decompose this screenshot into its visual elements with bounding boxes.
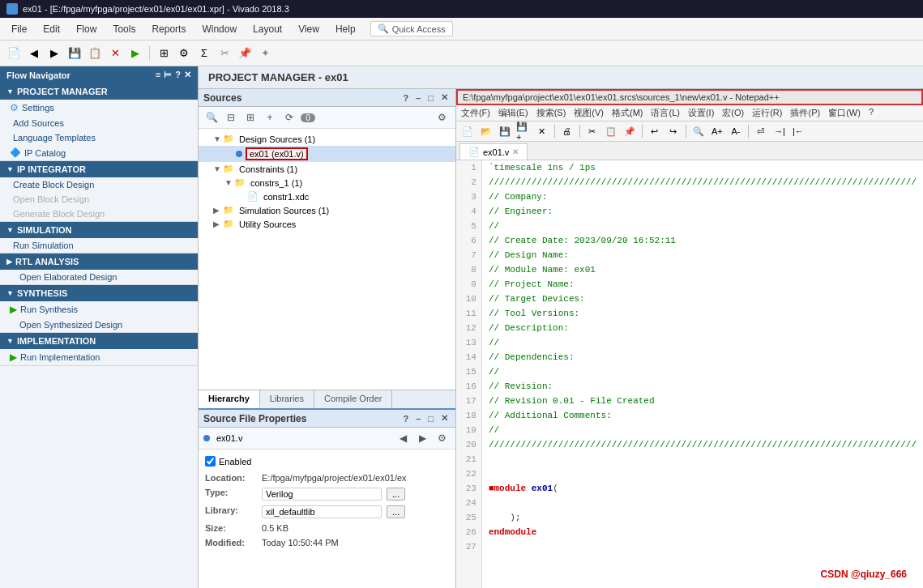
notepad-menu-plugins[interactable]: 插件(P): [790, 107, 820, 119]
refresh-btn[interactable]: ⟳: [281, 109, 297, 126]
np-paste-btn[interactable]: 📌: [622, 123, 638, 139]
tb-back-btn[interactable]: ◀: [25, 45, 43, 62]
settings-source-btn[interactable]: ⚙: [434, 109, 451, 126]
props-close-btn[interactable]: ✕: [438, 412, 451, 424]
nav-section-rtl-analysis-header[interactable]: ▶ RTL ANALYSIS: [0, 254, 198, 270]
np-copy-btn[interactable]: 📋: [603, 123, 619, 139]
editor-tab-ex01[interactable]: 📄 ex01.v ✕: [459, 143, 528, 160]
menu-file[interactable]: File: [3, 20, 35, 38]
np-cut-btn[interactable]: ✂: [584, 123, 600, 139]
nav-item-language-templates[interactable]: Language Templates: [0, 130, 198, 145]
notepad-menu-window[interactable]: 窗口(W): [828, 107, 861, 119]
expand-all-btn[interactable]: ⊞: [242, 109, 259, 126]
tb-save-btn[interactable]: 💾: [66, 45, 83, 62]
nav-item-settings[interactable]: ⚙ Settings: [0, 100, 198, 116]
type-input[interactable]: [262, 488, 382, 501]
np-zoom-in-btn[interactable]: A+: [709, 123, 725, 139]
props-settings-btn[interactable]: ⚙: [434, 430, 451, 446]
tree-utility-sources[interactable]: ▶ 📁 Utility Sources: [199, 217, 455, 231]
np-new-btn[interactable]: 📄: [459, 123, 476, 139]
tb-run-btn[interactable]: ▶: [126, 45, 144, 62]
tb-settings-btn[interactable]: ⚙: [175, 45, 193, 62]
np-wrap-btn[interactable]: ⏎: [753, 123, 769, 139]
props-forward-btn[interactable]: ▶: [415, 430, 431, 446]
nav-section-simulation-header[interactable]: ▼ SIMULATION: [0, 222, 198, 238]
menu-edit[interactable]: Edit: [35, 20, 68, 38]
tree-arrow-constrs1[interactable]: ▼: [224, 178, 234, 187]
tab-hierarchy[interactable]: Hierarchy: [199, 390, 260, 408]
tree-constrs1[interactable]: ▼ 📁 constrs_1 (1): [199, 176, 455, 190]
tree-constraints[interactable]: ▼ 📁 Constraints (1): [199, 162, 455, 176]
tb-copy-btn[interactable]: 📋: [86, 45, 104, 62]
tree-arrow-design-sources[interactable]: ▼: [213, 134, 223, 143]
nav-item-open-elaborated-design[interactable]: Open Elaborated Design: [0, 270, 198, 284]
notepad-menu-view[interactable]: 视图(V): [574, 107, 604, 119]
sources-minimize-btn[interactable]: –: [413, 92, 423, 104]
search-btn[interactable]: 🔍: [203, 109, 220, 126]
nav-item-run-synthesis[interactable]: ▶ Run Synthesis: [0, 301, 198, 317]
notepad-menu-settings[interactable]: 设置(I): [688, 107, 714, 119]
np-open-btn[interactable]: 📂: [478, 123, 494, 139]
nav-action-close[interactable]: ✕: [184, 70, 191, 80]
type-ellipsis-btn[interactable]: ...: [387, 488, 405, 501]
menu-window[interactable]: Window: [194, 20, 245, 38]
quick-access-bar[interactable]: 🔍 Quick Access: [370, 21, 453, 36]
sources-close-btn[interactable]: ✕: [438, 92, 451, 104]
notepad-menu-search[interactable]: 搜索(S): [536, 107, 566, 119]
code-editor-area[interactable]: 1234567891011121314151617181920212223242…: [456, 160, 923, 588]
tb-stop-btn[interactable]: ✕: [106, 45, 124, 62]
nav-section-implementation-header[interactable]: ▼ IMPLEMENTATION: [0, 333, 198, 349]
code-content[interactable]: `timescale 1ns / 1ps////////////////////…: [482, 160, 923, 588]
tree-arrow-constraints[interactable]: ▼: [213, 164, 223, 173]
nav-item-create-block-design[interactable]: Create Block Design: [0, 177, 198, 192]
tb-cut-btn[interactable]: ✂: [216, 45, 233, 62]
props-maximize-btn[interactable]: □: [425, 413, 436, 424]
enabled-checkbox[interactable]: [205, 456, 216, 467]
np-unindent-btn[interactable]: |←: [790, 123, 806, 139]
tb-paste-btn[interactable]: 📌: [236, 45, 254, 62]
notepad-menu-format[interactable]: 格式(M): [612, 107, 643, 119]
tree-simulation-sources[interactable]: ▶ 📁 Simulation Sources (1): [199, 203, 455, 217]
tree-arrow-utility[interactable]: ▶: [213, 219, 223, 228]
notepad-menu-help[interactable]: ?: [869, 107, 874, 119]
tb-new-btn[interactable]: 📄: [5, 45, 23, 62]
ex01-file-label[interactable]: ex01 (ex01.v): [246, 147, 308, 160]
np-find-btn[interactable]: 🔍: [690, 123, 707, 139]
sources-maximize-btn[interactable]: □: [425, 92, 436, 104]
np-print-btn[interactable]: 🖨: [559, 123, 575, 139]
props-minimize-btn[interactable]: –: [413, 413, 423, 424]
add-source-btn[interactable]: +: [262, 109, 278, 126]
nav-section-ip-integrator-header[interactable]: ▼ IP INTEGRATOR: [0, 161, 198, 177]
np-redo-btn[interactable]: ↪: [665, 123, 682, 139]
np-close-btn[interactable]: ✕: [534, 123, 550, 139]
nav-action-pin[interactable]: ⊨: [164, 70, 172, 80]
library-ellipsis-btn[interactable]: ...: [387, 505, 405, 518]
np-indent-btn[interactable]: →|: [771, 123, 788, 139]
props-question-btn[interactable]: ?: [400, 413, 411, 424]
np-zoom-out-btn[interactable]: A-: [728, 123, 744, 139]
menu-tools[interactable]: Tools: [105, 20, 143, 38]
nav-section-synthesis-header[interactable]: ▼ SYNTHESIS: [0, 285, 198, 301]
notepad-menu-file[interactable]: 文件(F): [461, 107, 490, 119]
notepad-menu-language[interactable]: 语言(L): [651, 107, 679, 119]
library-input[interactable]: [262, 505, 382, 518]
nav-item-open-synthesized-design[interactable]: Open Synthesized Design: [0, 317, 198, 332]
tab-libraries[interactable]: Libraries: [260, 390, 314, 408]
nav-item-run-implementation[interactable]: ▶ Run Implementation: [0, 349, 198, 365]
tb-forward-btn[interactable]: ▶: [45, 45, 63, 62]
tab-close-btn[interactable]: ✕: [512, 147, 519, 156]
menu-layout[interactable]: Layout: [245, 20, 290, 38]
tree-arrow-sim[interactable]: ▶: [213, 206, 223, 215]
menu-flow[interactable]: Flow: [68, 20, 105, 38]
notepad-menu-macro[interactable]: 宏(O): [722, 107, 744, 119]
notepad-menu-run[interactable]: 运行(R): [752, 107, 782, 119]
collapse-all-btn[interactable]: ⊟: [223, 109, 239, 126]
tree-item-ex01[interactable]: ex01 (ex01.v): [199, 146, 455, 162]
menu-view[interactable]: View: [290, 20, 327, 38]
notepad-menu-edit[interactable]: 编辑(E): [498, 107, 528, 119]
nav-action-question[interactable]: ?: [175, 70, 181, 80]
tree-design-sources[interactable]: ▼ 📁 Design Sources (1): [199, 132, 455, 146]
np-save-btn[interactable]: 💾: [497, 123, 513, 139]
menu-help[interactable]: Help: [327, 20, 364, 38]
props-back-btn[interactable]: ◀: [395, 430, 412, 446]
